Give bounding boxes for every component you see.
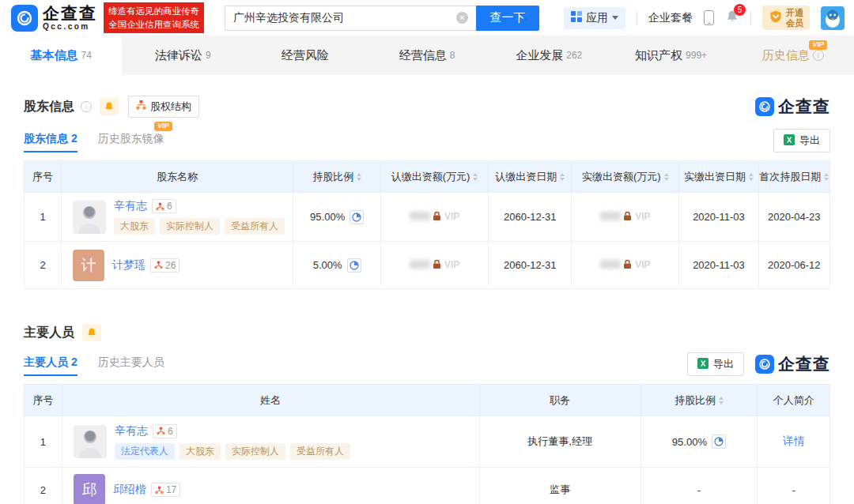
sort-icon[interactable] <box>357 171 361 183</box>
enterprise-package-link[interactable]: 企业套餐 <box>648 11 693 25</box>
tab-legal-litigation[interactable]: 法律诉讼9 <box>122 36 244 75</box>
top-bar: 企查查 Qcc.com 缔造有远见的商业传奇 全国企业信用查询系统 ✕ 查一下 … <box>0 0 854 36</box>
tab-company-development[interactable]: 企业发展262 <box>488 36 610 75</box>
paid-date: 2020-11-03 <box>679 193 758 242</box>
locked-vip-value[interactable]: VIP <box>410 259 459 270</box>
col-ratio: 持股比例 <box>293 161 381 193</box>
tag-major-shareholder: 大股东 <box>114 218 155 235</box>
related-companies-chip[interactable]: 6 <box>153 424 177 438</box>
qcc-logo-icon <box>755 97 774 116</box>
tab-history-info[interactable]: VIP 历史信息 i <box>732 36 854 75</box>
related-companies-chip[interactable]: 26 <box>150 258 179 273</box>
col-subscribed-amount: 认缴出资额(万元) <box>381 161 489 193</box>
pie-chart-icon[interactable] <box>347 258 361 273</box>
export-personnel-button[interactable]: 导出 <box>687 352 744 376</box>
person-initial-avatar[interactable]: 邱 <box>74 474 105 504</box>
table-row: 2 计 计梦瑶 26 5.00% VIP <box>25 242 830 289</box>
col-holding-ratio: 持股比例 <box>640 385 758 416</box>
apps-menu-label: 应用 <box>586 11 608 25</box>
qcc-logo[interactable]: 企查查 Qcc.com 缔造有远见的商业传奇 全国企业信用查询系统 <box>11 2 204 33</box>
apps-menu-button[interactable]: 应用 <box>564 7 625 29</box>
subtab-shareholders[interactable]: 股东信息2 <box>24 132 77 152</box>
col-paid-date: 实缴出资日期 <box>679 161 758 193</box>
shareholders-section-title: 股东信息 <box>24 99 74 115</box>
tab-operation-risk[interactable]: 经营风险 <box>244 36 366 75</box>
subtab-history-shareholders[interactable]: VIP 历史股东镜像 <box>98 132 164 152</box>
col-profile: 个人简介 <box>758 385 830 416</box>
vip-shield-icon <box>769 9 783 27</box>
sort-icon[interactable] <box>824 171 829 183</box>
open-vip-button[interactable]: 开通会员 <box>762 6 810 30</box>
table-row: 2 邱 邱绍楷 17 监事 - <box>25 468 830 504</box>
export-shareholders-button[interactable]: 导出 <box>773 129 830 152</box>
subtab-history-personnel[interactable]: 历史主要人员 <box>98 355 164 376</box>
sort-icon[interactable] <box>473 171 478 183</box>
person-photo-avatar[interactable] <box>74 425 107 458</box>
person-name-link[interactable]: 辛有志 <box>115 424 148 438</box>
first-holding-date: 2020-04-23 <box>758 193 829 242</box>
paid-date: 2020-11-03 <box>679 242 758 289</box>
tag-beneficial-owner: 受益所有人 <box>225 218 285 235</box>
row-index: 2 <box>25 468 62 504</box>
tab-basic-info[interactable]: 基本信息74 <box>0 36 122 75</box>
pie-chart-icon[interactable] <box>712 434 726 449</box>
row-index: 1 <box>25 416 62 468</box>
related-companies-chip[interactable]: 6 <box>152 199 176 213</box>
notifications-bell-icon[interactable]: 5 <box>725 9 739 27</box>
qcc-logo-icon <box>11 5 38 32</box>
subscribe-bell-icon[interactable] <box>82 324 101 341</box>
pie-chart-icon[interactable] <box>350 210 364 224</box>
divider <box>637 11 637 25</box>
vip-badge: VIP <box>809 40 827 50</box>
tag-legal-representative: 法定代表人 <box>115 443 175 460</box>
subscribed-date: 2060-12-31 <box>489 193 572 242</box>
shareholder-name-link[interactable]: 计梦瑶 <box>112 258 145 273</box>
subscribed-date: 2060-12-31 <box>489 242 572 289</box>
col-subscribed-date: 认缴出资日期 <box>489 161 572 193</box>
personnel-section-title: 主要人员 <box>24 325 74 341</box>
sort-icon[interactable] <box>560 171 565 183</box>
position: 执行董事,经理 <box>479 416 640 468</box>
profile-empty: - <box>792 484 795 496</box>
profile-detail-link[interactable]: 详情 <box>783 434 805 447</box>
tag-actual-controller: 实际控制人 <box>160 218 220 235</box>
person-name-link[interactable]: 邱绍楷 <box>113 483 146 497</box>
tag-actual-controller: 实际控制人 <box>225 443 285 460</box>
tab-operation-info[interactable]: 经营信息8 <box>366 36 488 75</box>
tag-beneficial-owner: 受益所有人 <box>290 443 350 460</box>
position: 监事 <box>479 468 640 504</box>
locked-vip-value[interactable]: VIP <box>600 211 650 222</box>
tab-intellectual-property[interactable]: 知识产权999+ <box>610 36 731 75</box>
holding-ratio: - <box>697 484 701 496</box>
search-input[interactable] <box>225 6 476 31</box>
vip-badge: VIP <box>154 122 172 131</box>
brand-domain: Qcc.com <box>43 23 97 31</box>
subtab-personnel[interactable]: 主要人员2 <box>24 355 77 376</box>
locked-vip-value[interactable]: VIP <box>410 211 459 222</box>
locked-vip-value[interactable]: VIP <box>600 259 650 270</box>
excel-icon <box>784 134 795 148</box>
table-row: 1 辛有志 6 <box>25 416 830 468</box>
mobile-app-icon[interactable] <box>704 10 714 25</box>
shareholder-name-link[interactable]: 辛有志 <box>114 199 147 213</box>
info-icon: i <box>81 101 92 112</box>
col-first-holding-date: 首次持股日期 <box>758 161 829 193</box>
brand-slogan: 缔造有远见的商业传奇 全国企业信用查询系统 <box>104 2 204 33</box>
person-initial-avatar[interactable]: 计 <box>73 250 104 281</box>
sort-icon[interactable] <box>749 171 754 183</box>
table-row: 1 辛有志 6 <box>25 193 830 242</box>
chevron-down-icon <box>612 16 618 23</box>
subscribe-bell-icon[interactable] <box>100 98 119 115</box>
equity-structure-button[interactable]: 股权结构 <box>128 96 199 118</box>
person-photo-avatar[interactable] <box>73 201 106 234</box>
sort-icon[interactable] <box>719 394 724 407</box>
search-button[interactable]: 查一下 <box>476 6 539 31</box>
user-avatar[interactable] <box>821 6 845 30</box>
holding-ratio: 95.00% <box>672 436 707 448</box>
related-companies-chip[interactable]: 17 <box>151 483 180 497</box>
sort-icon[interactable] <box>664 171 669 183</box>
qcc-logo-icon <box>755 355 774 374</box>
col-person-name: 姓名 <box>62 385 479 416</box>
clear-search-icon[interactable]: ✕ <box>456 12 468 24</box>
col-paid-amount: 实缴出资额(万元) <box>572 161 679 193</box>
